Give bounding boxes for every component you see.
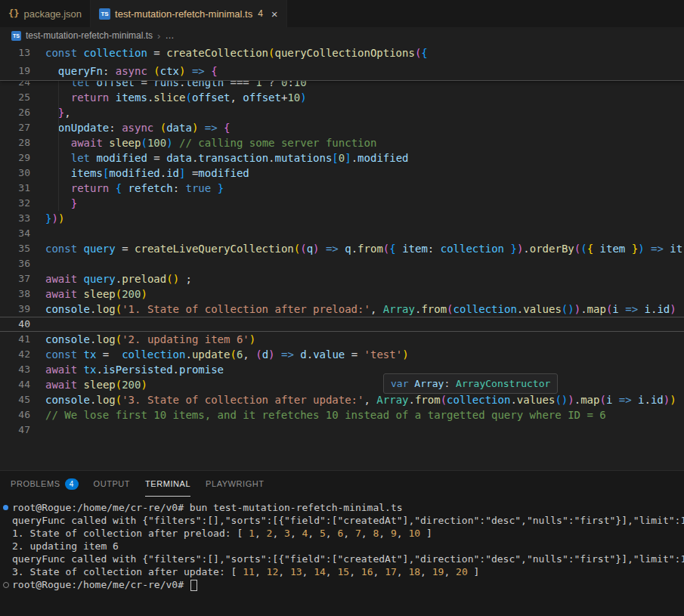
code-line-28[interactable]: 28 await sleep(100) // calling some serv… — [0, 135, 684, 150]
token — [77, 379, 83, 391]
token: ( — [116, 379, 122, 391]
token: collection — [84, 47, 147, 59]
code-text: console.log('1. State of collection afte… — [30, 302, 676, 317]
token: ( — [116, 288, 122, 300]
token: q — [307, 243, 313, 255]
token: , — [231, 91, 243, 104]
code-text: let modified = data.transaction.mutation… — [30, 150, 409, 166]
code-line-29[interactable]: 29 let modified = data.transaction.mutat… — [0, 150, 684, 166]
token: map — [587, 303, 606, 315]
code-line-35[interactable]: 35const query = createLiveQueryCollectio… — [0, 241, 684, 256]
code-line-33[interactable]: 33})) — [0, 211, 684, 226]
code-line-43[interactable]: 43await tx.isPersisted.promise — [0, 362, 684, 377]
token: } — [632, 243, 638, 255]
token: ] — [468, 566, 480, 577]
vscode-window: {} package.json TS test-mutation-refetch… — [0, 0, 684, 616]
code-line-13[interactable]: 13const collection = createCollection(qu… — [0, 44, 684, 62]
token: { — [224, 122, 230, 134]
code-line-37[interactable]: 37await query.preload() ; — [0, 271, 684, 286]
line-number: 35 — [0, 241, 30, 256]
token — [294, 348, 300, 361]
token: [ — [332, 152, 338, 164]
token: ; — [179, 273, 192, 285]
token — [275, 348, 281, 361]
token: queryCollectionOptions — [274, 47, 414, 59]
line-number: 26 — [0, 105, 30, 120]
token: await — [71, 137, 103, 149]
code-line-27[interactable]: 27 onUpdate: async (data) => { — [0, 120, 684, 135]
token: ( — [153, 65, 159, 77]
token: ( — [447, 303, 453, 315]
code-line-40[interactable]: 40 — [0, 317, 684, 332]
code-line-36[interactable]: 36 — [0, 256, 684, 271]
token: data — [166, 122, 192, 134]
token: , — [255, 566, 267, 577]
token: ) — [300, 91, 306, 104]
indent-guide — [58, 81, 59, 211]
editor[interactable]: 13const collection = createCollection(qu… — [0, 44, 684, 470]
typescript-file-icon: TS — [11, 31, 21, 41]
code-line-19[interactable]: 19 queryFn: async (ctx) => { — [0, 62, 684, 80]
code-text — [30, 226, 45, 241]
code-line-39[interactable]: 39console.log('1. State of collection af… — [0, 302, 684, 317]
code-text: onUpdate: async (data) => { — [30, 120, 231, 135]
terminal-content[interactable]: root@Rogue:/home/me/cr-re/v0# bun test-m… — [0, 497, 684, 591]
token: ) — [568, 303, 574, 315]
code-line-44[interactable]: 44await sleep(200) — [0, 377, 684, 392]
command-decoration-icon[interactable] — [3, 582, 9, 588]
code-line-41[interactable]: 41console.log('2. updating item 6') — [0, 332, 684, 347]
code-line-25[interactable]: 25 return items.slice(offset, offset+10) — [0, 90, 684, 105]
code-line-26[interactable]: 26 }, — [0, 105, 684, 120]
token: // calling some server function — [179, 137, 376, 149]
token — [109, 182, 115, 194]
token: . — [510, 394, 516, 406]
bottom-panel: PROBLEMS 4 OUTPUT TERMINAL PLAYWRIGHT ro… — [0, 470, 684, 616]
code-line-46[interactable]: 46// We lose first 10 items, and it refe… — [0, 407, 684, 423]
code-line-38[interactable]: 38await sleep(200) — [0, 286, 684, 302]
command-decoration-icon[interactable] — [3, 505, 8, 510]
panel-tab-output[interactable]: OUTPUT — [94, 471, 131, 497]
token: '1. State of collection after preload:' — [122, 303, 370, 315]
tab-package-json[interactable]: {} package.json — [0, 0, 91, 27]
code-line-42[interactable]: 42const tx = collection.update(6, (d) =>… — [0, 347, 684, 362]
code-line-31[interactable]: 31 return { refetch: true } — [0, 181, 684, 196]
panel-tab-playwright[interactable]: PLAYWRIGHT — [206, 471, 264, 497]
token: ( — [294, 243, 300, 255]
line-number: 47 — [0, 423, 30, 438]
code-line-45[interactable]: 45console.log('3. State of collection af… — [0, 392, 684, 407]
panel-tab-terminal[interactable]: TERMINAL — [145, 471, 190, 497]
token: var — [391, 378, 414, 389]
tab-test-mutation-refetch-minimal[interactable]: TS test-mutation-refetch-minimal.ts 4 × — [91, 0, 287, 27]
json-file-icon: {} — [8, 8, 19, 19]
close-icon[interactable]: × — [271, 8, 278, 20]
token: 'test' — [364, 348, 403, 361]
token: , — [243, 348, 255, 361]
code-text: const query = createLiveQueryCollection(… — [30, 241, 682, 256]
breadcrumb-symbol[interactable]: … — [165, 30, 174, 41]
line-number: 41 — [0, 332, 30, 347]
token: true — [185, 182, 211, 194]
token: i — [638, 394, 644, 406]
token: async — [116, 65, 147, 77]
token: ( — [555, 394, 561, 406]
code-line-47[interactable]: 47 — [0, 423, 684, 438]
token: log — [96, 303, 115, 315]
token: . — [96, 364, 102, 376]
token: offset — [243, 91, 281, 104]
breadcrumb-file[interactable]: test-mutation-refetch-minimal.ts — [26, 30, 153, 41]
token: , — [364, 394, 376, 406]
token — [320, 243, 326, 255]
panel-tab-problems[interactable]: PROBLEMS 4 — [11, 471, 79, 497]
code-line-34[interactable]: 34 — [0, 226, 684, 241]
token: = — [185, 167, 198, 179]
token: , — [361, 528, 373, 539]
code-line-32[interactable]: 32 } — [0, 196, 684, 211]
token: => — [281, 348, 294, 361]
token: 12 — [267, 566, 279, 577]
token — [638, 303, 644, 315]
token: , — [343, 528, 355, 539]
token: d — [300, 348, 306, 361]
code-line-30[interactable]: 30 items[modified.id] =modified — [0, 166, 684, 181]
token — [396, 243, 402, 255]
token: i — [612, 303, 618, 315]
